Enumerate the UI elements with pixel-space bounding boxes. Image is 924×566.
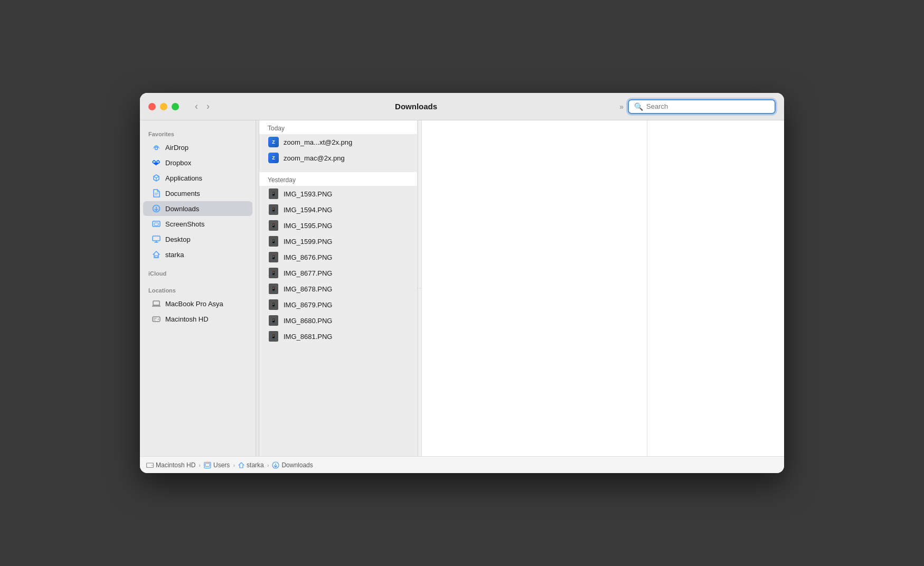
sidebar-item-airdrop[interactable]: AirDrop (143, 140, 252, 155)
sidebar-item-downloads[interactable]: Downloads (143, 201, 252, 216)
breadcrumb-downloads[interactable]: Downloads (272, 461, 313, 469)
img-icon-8680: 📱 (268, 315, 279, 326)
img-icon-8676: 📱 (268, 251, 279, 263)
forward-button[interactable]: › (203, 100, 213, 113)
nav-controls: ‹ › (192, 100, 213, 113)
column-divider[interactable]: ⋮ (418, 120, 422, 456)
file-item-img8680[interactable]: 📱 IMG_8680.PNG (259, 313, 417, 328)
search-box[interactable]: 🔍 (628, 99, 776, 114)
file-name-zoom2: zoom_mac@2x.png (284, 154, 345, 162)
airdrop-icon (152, 143, 161, 152)
sep2: › (233, 462, 235, 468)
file-item-img8677[interactable]: 📱 IMG_8677.PNG (259, 265, 417, 281)
sidebar-item-applications[interactable]: Applications (143, 171, 252, 185)
maximize-button[interactable] (172, 103, 179, 110)
file-name-zoom1: zoom_ma...xt@2x.png (284, 138, 352, 146)
desktop-icon (152, 234, 161, 244)
starka-status-icon (238, 462, 244, 468)
sep1: › (199, 462, 201, 468)
icloud-label: iCloud (140, 266, 256, 279)
hd-icon (152, 314, 161, 324)
breadcrumb-users[interactable]: Users (204, 461, 230, 469)
svg-point-0 (155, 147, 158, 150)
finder-window: ‹ › Downloads » 🔍 Favorites (140, 93, 784, 473)
svg-point-13 (158, 319, 159, 320)
breadcrumb-downloads-label: Downloads (281, 461, 313, 469)
sidebar-item-dropbox[interactable]: Dropbox (143, 155, 252, 170)
screenshots-icon (152, 219, 161, 229)
sidebar-item-macintoshhd[interactable]: Macintosh HD (143, 312, 252, 326)
laptop-icon (152, 299, 161, 308)
file-item-img1595[interactable]: 📱 IMG_1595.PNG (259, 218, 417, 233)
locations-label: Locations (140, 283, 256, 296)
search-icon: 🔍 (634, 102, 643, 111)
file-item-img1593[interactable]: 📱 IMG_1593.PNG (259, 186, 417, 202)
file-item-img8676[interactable]: 📱 IMG_8676.PNG (259, 249, 417, 265)
applications-label: Applications (165, 174, 202, 182)
file-name-img8676: IMG_8676.PNG (284, 253, 333, 261)
zoom-file-icon-2: Z (268, 152, 279, 164)
file-name-img8677: IMG_8677.PNG (284, 269, 333, 277)
file-name-img1594: IMG_1594.PNG (284, 206, 333, 214)
svg-rect-6 (154, 223, 158, 225)
starka-label: starka (165, 251, 184, 259)
close-button[interactable] (148, 103, 156, 110)
file-item-zoom1[interactable]: Z zoom_ma...xt@2x.png (259, 134, 417, 150)
svg-rect-7 (153, 236, 160, 241)
yesterday-header: Yesterday (259, 172, 417, 186)
traffic-lights (148, 103, 179, 110)
img-icon-8678: 📱 (268, 283, 279, 295)
sidebar-item-starka[interactable]: starka (143, 247, 252, 262)
breadcrumb-hd-label: Macintosh HD (156, 461, 195, 469)
img-icon-8681: 📱 (268, 331, 279, 342)
documents-icon (152, 188, 161, 198)
file-item-img1594[interactable]: 📱 IMG_1594.PNG (259, 202, 417, 218)
sep3: › (267, 462, 269, 468)
img-icon-1593: 📱 (268, 188, 279, 200)
today-header: Today (259, 120, 417, 134)
sidebar-item-documents[interactable]: Documents (143, 186, 252, 201)
breadcrumb-macintoshhd[interactable]: Macintosh HD (146, 461, 195, 469)
file-name-img8678: IMG_8678.PNG (284, 285, 333, 293)
content-area: Favorites AirDrop Dropb (140, 120, 784, 456)
file-name-img1599: IMG_1599.PNG (284, 238, 333, 246)
macbook-label: MacBook Pro Asya (165, 300, 223, 308)
dropbox-label: Dropbox (165, 159, 191, 167)
macintoshhd-label: Macintosh HD (165, 315, 209, 323)
panel-3 (647, 120, 784, 456)
dropbox-icon (152, 158, 161, 167)
file-item-img1599[interactable]: 📱 IMG_1599.PNG (259, 233, 417, 249)
search-input[interactable] (646, 102, 769, 110)
img-icon-1594: 📱 (268, 204, 279, 215)
back-button[interactable]: ‹ (192, 100, 201, 113)
file-item-img8678[interactable]: 📱 IMG_8678.PNG (259, 281, 417, 297)
downloads-status-icon (272, 461, 279, 469)
file-item-zoom2[interactable]: Z zoom_mac@2x.png (259, 150, 417, 166)
toolbar-right: » 🔍 (619, 99, 776, 114)
applications-icon (152, 173, 161, 183)
file-name-img1595: IMG_1595.PNG (284, 222, 333, 230)
more-icon[interactable]: » (619, 102, 624, 111)
desktop-label: Desktop (165, 235, 191, 243)
file-item-img8681[interactable]: 📱 IMG_8681.PNG (259, 328, 417, 344)
sidebar-item-macbook[interactable]: MacBook Pro Asya (143, 296, 252, 311)
users-status-icon (204, 462, 211, 468)
file-name-img8680: IMG_8680.PNG (284, 317, 333, 325)
breadcrumb-starka[interactable]: starka (238, 461, 264, 469)
minimize-button[interactable] (160, 103, 167, 110)
img-icon-8677: 📱 (268, 267, 279, 279)
sidebar: Favorites AirDrop Dropb (140, 120, 256, 456)
documents-label: Documents (165, 190, 200, 197)
zoom-file-icon-1: Z (268, 136, 279, 148)
statusbar: Macintosh HD › Users › starka › Download… (140, 456, 784, 473)
downloads-label: Downloads (165, 205, 199, 213)
hd-status-icon (146, 462, 154, 468)
svg-rect-11 (153, 301, 159, 305)
sidebar-item-screenshots[interactable]: ScreenShots (143, 216, 252, 231)
file-name-img8679: IMG_8679.PNG (284, 301, 333, 309)
downloads-icon (152, 204, 161, 213)
screenshots-label: ScreenShots (165, 220, 204, 228)
file-item-img8679[interactable]: 📱 IMG_8679.PNG (259, 297, 417, 313)
sidebar-item-desktop[interactable]: Desktop (143, 232, 252, 247)
svg-rect-19 (205, 463, 210, 466)
